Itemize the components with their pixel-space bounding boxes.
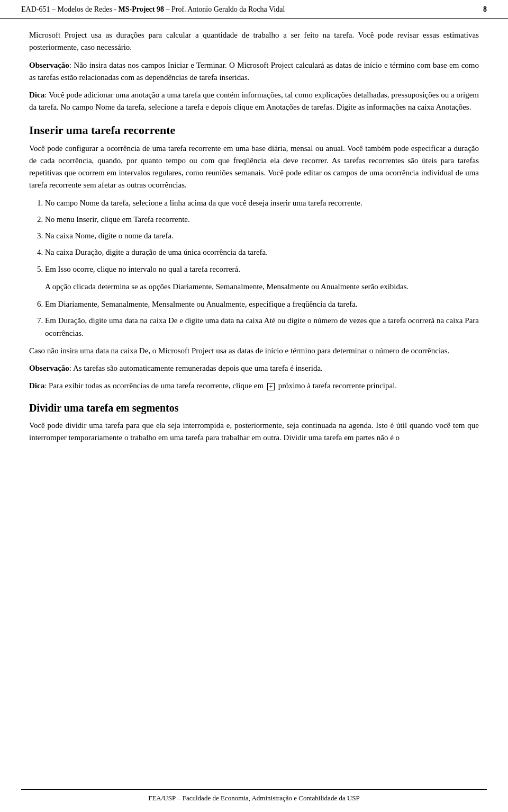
footer-text: FEA/USP – Faculdade de Economia, Adminis…	[148, 794, 360, 802]
list-item: No menu Inserir, clique em Tarefa recorr…	[45, 213, 479, 226]
dica1-paragraph: Dica: Você pode adicionar uma anotação a…	[29, 89, 479, 114]
dica2-text: : Para exibir todas as ocorrências de um…	[44, 381, 264, 390]
header-left-text: EAD-651 – Modelos de Redes -	[21, 5, 119, 13]
list-item-text: Em Duração, digite uma data na caixa De …	[45, 316, 479, 337]
main-content: Microsoft Project usa as durações para c…	[0, 29, 508, 481]
list-item: No campo Nome da tarefa, selecione a lin…	[45, 197, 479, 209]
dica1-text: : Você pode adicionar uma anotação a uma…	[29, 91, 479, 111]
observacao2-paragraph: Observação: As tarefas são automaticamen…	[29, 362, 479, 374]
header-bold-text: MS-Project 98	[119, 5, 164, 13]
header-right-text: – Prof. Antonio Geraldo da Rocha Vidal	[164, 5, 285, 13]
header-page-number: 8	[483, 5, 487, 14]
list-item: Na caixa Duração, digite a duração de um…	[45, 246, 479, 258]
list-item: Em Duração, digite uma data na caixa De …	[45, 315, 479, 340]
observacao1-text: : Não insira datas nos campos Iniciar e …	[29, 61, 479, 82]
intro-paragraph: Microsoft Project usa as durações para c…	[29, 29, 479, 54]
observacao2-text: : As tarefas são automaticamente remuner…	[69, 364, 323, 372]
page-header: EAD-651 – Modelos de Redes - MS-Project …	[0, 0, 508, 19]
observacao1-paragraph: Observação: Não insira datas nos campos …	[29, 59, 479, 84]
header-title: EAD-651 – Modelos de Redes - MS-Project …	[21, 5, 285, 14]
dica2-label: Dica	[29, 381, 44, 390]
list-item: Em Diariamente, Semanalmente, Mensalment…	[45, 298, 479, 310]
section1-paragraph: Você pode configurar a ocorrência de uma…	[29, 142, 479, 192]
page: EAD-651 – Modelos de Redes - MS-Project …	[0, 0, 508, 812]
list-item-text: Na caixa Duração, digite a duração de um…	[45, 248, 268, 256]
section2-heading: Dividir uma tarefa em segmentos	[29, 402, 479, 414]
list-item: Em Isso ocorre, clique no intervalo no q…	[45, 263, 479, 275]
dica1-label: Dica	[29, 91, 44, 99]
list-item-text: Em Isso ocorre, clique no intervalo no q…	[45, 265, 240, 273]
section1-heading: Inserir uma tarefa recorrente	[29, 123, 479, 137]
list-subnote: A opção clicada determina se as opções D…	[45, 281, 479, 293]
observacao2-label: Observação	[29, 364, 69, 372]
plus-icon: +	[267, 383, 275, 390]
list-item-text: Na caixa Nome, digite o nome da tarefa.	[45, 231, 174, 240]
list-item-text: No campo Nome da tarefa, selecione a lin…	[45, 199, 362, 207]
dica2-text2: próximo à tarefa recorrente principal.	[278, 381, 397, 390]
section2-paragraph: Você pode dividir uma tarefa para que el…	[29, 420, 479, 444]
dica2-paragraph: Dica: Para exibir todas as ocorrências d…	[29, 380, 479, 392]
list-item-text: Em Diariamente, Semanalmente, Mensalment…	[45, 300, 358, 308]
list-item: Na caixa Nome, digite o nome da tarefa.	[45, 230, 479, 242]
list-subnote-text: A opção clicada determina se as opções D…	[45, 282, 409, 291]
steps-list: No campo Nome da tarefa, selecione a lin…	[45, 197, 479, 275]
observacao1-label: Observação	[29, 61, 69, 69]
list-item-text: No menu Inserir, clique em Tarefa recorr…	[45, 215, 190, 224]
page-footer: FEA/USP – Faculdade de Economia, Adminis…	[21, 789, 487, 802]
steps-list-continued: Em Diariamente, Semanalmente, Mensalment…	[45, 298, 479, 340]
caso-paragraph: Caso não insira uma data na caixa De, o …	[29, 345, 479, 357]
